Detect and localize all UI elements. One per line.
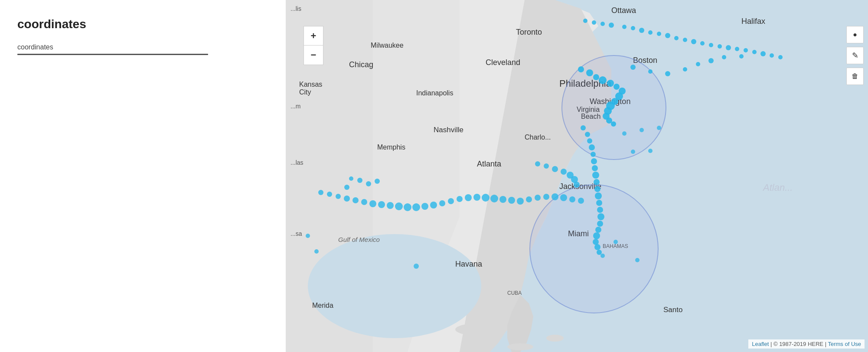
svg-text:Milwaukee: Milwaukee bbox=[371, 42, 404, 49]
leaflet-link[interactable]: Leaflet bbox=[752, 341, 769, 347]
svg-point-120 bbox=[412, 203, 420, 211]
svg-point-124 bbox=[448, 198, 454, 204]
svg-text:...las: ...las bbox=[290, 159, 303, 166]
svg-point-156 bbox=[613, 240, 618, 244]
svg-point-108 bbox=[657, 126, 661, 130]
svg-point-2 bbox=[455, 323, 507, 336]
svg-point-60 bbox=[770, 53, 774, 58]
svg-point-100 bbox=[593, 232, 600, 239]
svg-point-101 bbox=[593, 239, 599, 245]
svg-point-142 bbox=[357, 178, 362, 183]
svg-point-106 bbox=[631, 150, 635, 154]
svg-point-152 bbox=[600, 254, 605, 258]
svg-point-76 bbox=[630, 65, 636, 70]
dot-control-button[interactable]: ● bbox=[846, 26, 864, 43]
svg-point-99 bbox=[595, 227, 601, 233]
svg-point-123 bbox=[439, 200, 445, 206]
svg-point-75 bbox=[611, 121, 616, 127]
svg-text:Nashville: Nashville bbox=[434, 126, 463, 134]
svg-point-67 bbox=[613, 84, 620, 90]
svg-text:...lis: ...lis bbox=[290, 5, 301, 12]
svg-point-98 bbox=[597, 221, 603, 227]
svg-text:CUBA: CUBA bbox=[507, 290, 522, 296]
panel-title: coordinates bbox=[17, 17, 268, 31]
svg-point-154 bbox=[414, 264, 419, 269]
svg-point-109 bbox=[318, 190, 323, 195]
zoom-in-button[interactable]: + bbox=[304, 26, 323, 46]
svg-point-58 bbox=[752, 50, 757, 54]
svg-point-45 bbox=[639, 28, 644, 33]
right-controls: ● ✎ 🗑 bbox=[846, 26, 864, 85]
svg-point-147 bbox=[552, 166, 558, 172]
svg-point-82 bbox=[722, 55, 726, 59]
svg-point-144 bbox=[344, 185, 349, 190]
svg-point-64 bbox=[593, 74, 599, 80]
svg-point-134 bbox=[535, 195, 541, 201]
svg-point-145 bbox=[535, 161, 540, 166]
map-svg: Ottawa Toronto Milwaukee Halifax Chicag … bbox=[286, 0, 868, 352]
svg-point-96 bbox=[597, 207, 603, 213]
svg-point-137 bbox=[560, 194, 567, 201]
svg-text:City: City bbox=[299, 88, 311, 96]
svg-point-140 bbox=[366, 181, 371, 186]
svg-point-119 bbox=[404, 203, 411, 211]
svg-point-112 bbox=[344, 196, 350, 202]
svg-point-66 bbox=[607, 80, 614, 87]
svg-point-143 bbox=[349, 176, 353, 181]
zoom-out-button[interactable]: − bbox=[304, 46, 323, 65]
svg-point-65 bbox=[599, 76, 607, 84]
terms-of-use-link[interactable]: Terms of Use bbox=[828, 341, 861, 347]
svg-point-132 bbox=[517, 198, 524, 205]
svg-point-117 bbox=[387, 202, 394, 209]
svg-point-55 bbox=[726, 45, 731, 50]
svg-point-61 bbox=[778, 55, 783, 59]
svg-point-125 bbox=[457, 196, 463, 202]
svg-point-81 bbox=[708, 58, 714, 63]
svg-point-113 bbox=[352, 197, 359, 203]
svg-point-63 bbox=[586, 69, 593, 76]
left-panel: coordinates coordinates bbox=[0, 0, 286, 352]
field-underline bbox=[17, 54, 208, 55]
svg-point-111 bbox=[336, 194, 341, 199]
svg-point-3 bbox=[507, 343, 533, 350]
svg-point-115 bbox=[369, 200, 376, 207]
attribution-text: | © 1987-2019 HERE | bbox=[770, 341, 826, 347]
svg-point-116 bbox=[378, 201, 385, 208]
svg-point-118 bbox=[395, 202, 403, 210]
svg-text:Gulf of Mexico: Gulf of Mexico bbox=[338, 236, 380, 243]
svg-point-43 bbox=[622, 25, 627, 29]
svg-point-105 bbox=[640, 128, 644, 132]
svg-point-131 bbox=[508, 197, 515, 204]
map-container: Ottawa Toronto Milwaukee Halifax Chicag … bbox=[286, 0, 868, 352]
svg-point-133 bbox=[526, 196, 532, 202]
svg-point-46 bbox=[648, 30, 653, 35]
svg-point-146 bbox=[544, 163, 549, 169]
svg-point-44 bbox=[631, 26, 635, 30]
svg-point-136 bbox=[551, 193, 558, 200]
svg-point-94 bbox=[595, 192, 602, 199]
svg-point-88 bbox=[591, 152, 596, 157]
svg-text:Atlan...: Atlan... bbox=[762, 182, 793, 193]
svg-point-78 bbox=[665, 71, 670, 76]
svg-text:...m: ...m bbox=[290, 103, 300, 110]
svg-point-51 bbox=[691, 39, 696, 44]
delete-button[interactable]: 🗑 bbox=[846, 68, 864, 85]
svg-point-122 bbox=[430, 202, 437, 209]
svg-text:Indianapolis: Indianapolis bbox=[416, 89, 453, 97]
svg-point-103 bbox=[597, 250, 602, 255]
edit-icon: ✎ bbox=[852, 51, 858, 60]
svg-text:...sa: ...sa bbox=[290, 230, 302, 237]
svg-point-80 bbox=[696, 62, 700, 66]
edit-button[interactable]: ✎ bbox=[846, 47, 864, 64]
svg-point-79 bbox=[683, 67, 687, 72]
svg-point-95 bbox=[596, 200, 602, 206]
svg-text:Ottawa: Ottawa bbox=[611, 6, 636, 15]
svg-point-87 bbox=[589, 144, 595, 150]
svg-text:Cleveland: Cleveland bbox=[486, 58, 520, 67]
svg-point-97 bbox=[597, 213, 604, 220]
svg-text:Toronto: Toronto bbox=[516, 28, 542, 36]
svg-point-53 bbox=[709, 43, 713, 47]
svg-point-38 bbox=[530, 185, 658, 313]
svg-point-153 bbox=[635, 258, 640, 262]
svg-text:Memphis: Memphis bbox=[377, 143, 405, 151]
